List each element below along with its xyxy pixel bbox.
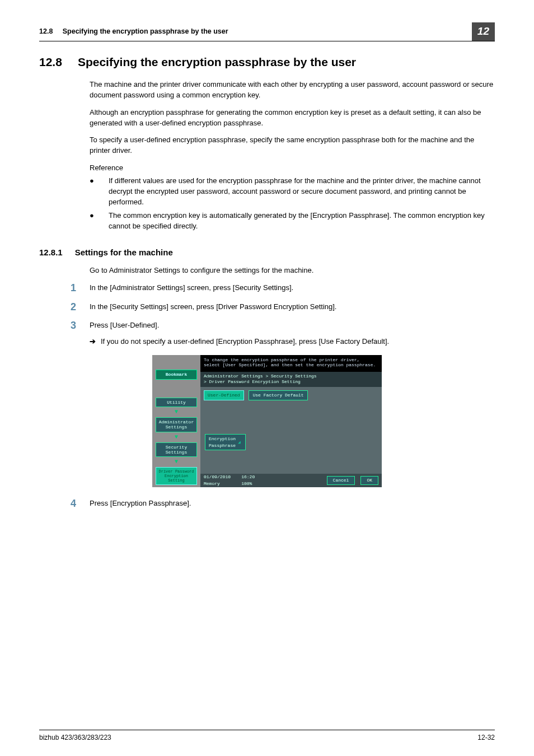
step-text: In the [Administrator Settings] screen, … — [90, 283, 495, 294]
page-header: 12.8 Specifying the encryption passphras… — [39, 22, 495, 41]
sidebar-item-utility[interactable]: Utility — [156, 398, 197, 407]
device-body: User-Defined Use Factory Default Encrypt… — [200, 387, 382, 474]
subsection-title: Settings for the machine — [75, 246, 173, 259]
chevron-down-icon: ▼ — [175, 410, 178, 414]
step-number: 1 — [71, 283, 90, 294]
subsection-heading: 12.8.1 Settings for the machine — [39, 246, 495, 259]
step-number: 4 — [71, 498, 90, 510]
device-footer: 01/09/2010 16:20 Memory 100% Cancel OK — [200, 474, 382, 487]
step-1: 1 In the [Administrator Settings] screen… — [71, 283, 495, 294]
intro-paragraph-1: The machine and the printer driver commu… — [90, 80, 495, 101]
device-hint: To change the encryption passphrase of t… — [200, 355, 382, 372]
list-item: ● The common encryption key is automatic… — [90, 211, 495, 232]
step-number: 3 — [71, 320, 90, 347]
step-2: 2 In the [Security Settings] screen, pre… — [71, 302, 495, 313]
device-screenshot: Bookmark Utility ▼ Administrator Setting… — [39, 355, 495, 487]
bookmark-button[interactable]: Bookmark — [156, 370, 197, 380]
reference-list: ● If different values are used for the e… — [90, 176, 495, 232]
section-title: Specifying the encryption passphrase by … — [78, 54, 356, 71]
step-text: In the [Security Settings] screen, press… — [90, 302, 495, 313]
section-number: 12.8 — [39, 54, 62, 71]
footer-page-number: 12-32 — [477, 733, 495, 743]
step-number: 2 — [71, 302, 90, 313]
user-defined-button[interactable]: User-Defined — [204, 390, 244, 400]
page-footer: bizhub 423/363/283/223 12-32 — [39, 730, 495, 743]
step-text: Press [Encryption Passphrase]. — [90, 498, 495, 510]
step-substep: ➔ If you do not specify a user-defined [… — [90, 337, 495, 347]
ok-button[interactable]: OK — [360, 476, 378, 485]
subsection-number: 12.8.1 — [39, 246, 63, 259]
sidebar-item-security-settings[interactable]: Security Settings — [156, 442, 197, 457]
reference-item-2: The common encryption key is automatical… — [109, 211, 495, 232]
bullet-icon: ● — [90, 211, 109, 232]
arrow-icon: ➔ — [90, 337, 101, 347]
intro-paragraph-2: Although an encryption passphrase for ge… — [90, 108, 495, 129]
running-head-title: Specifying the encryption passphrase by … — [63, 27, 228, 35]
sidebar-item-admin-settings[interactable]: Administrator Settings — [156, 417, 197, 432]
section-heading: 12.8 Specifying the encryption passphras… — [39, 54, 495, 71]
substep-text: If you do not specify a user-defined [En… — [101, 337, 495, 347]
chevron-down-icon: ▼ — [175, 436, 178, 439]
running-head: 12.8 Specifying the encryption passphras… — [39, 26, 228, 36]
reference-label: Reference — [90, 163, 495, 174]
running-head-number: 12.8 — [39, 27, 53, 35]
chevron-down-icon: ▼ — [175, 460, 178, 464]
footer-datetime: 01/09/2010 16:20 Memory 100% — [204, 474, 255, 487]
footer-model: bizhub 423/363/283/223 — [39, 733, 111, 743]
bullet-icon: ● — [90, 176, 109, 208]
list-item: ● If different values are used for the e… — [90, 176, 495, 208]
encryption-passphrase-button[interactable]: Encryption Passphrase ◢ — [205, 434, 246, 450]
reference-item-1: If different values are used for the enc… — [109, 176, 495, 208]
chapter-badge: 12 — [472, 22, 495, 41]
intro-paragraph-3: To specify a user-defined encryption pas… — [90, 135, 495, 156]
triangle-icon: ◢ — [238, 439, 241, 446]
cancel-button[interactable]: Cancel — [327, 476, 355, 485]
subsection-lead: Go to Administrator Settings to configur… — [90, 265, 495, 276]
device-sidebar: Bookmark Utility ▼ Administrator Setting… — [152, 355, 200, 487]
step-text: Press [User-Defined]. — [90, 321, 159, 329]
step-4: 4 Press [Encryption Passphrase]. — [71, 498, 495, 510]
sidebar-item-driver-password[interactable]: Driver Password Encryption Setting — [156, 467, 197, 485]
factory-default-button[interactable]: Use Factory Default — [249, 390, 307, 400]
device-breadcrumb: Administrator Settings > Security Settin… — [200, 372, 382, 387]
step-3: 3 Press [User-Defined]. ➔ If you do not … — [71, 320, 495, 347]
